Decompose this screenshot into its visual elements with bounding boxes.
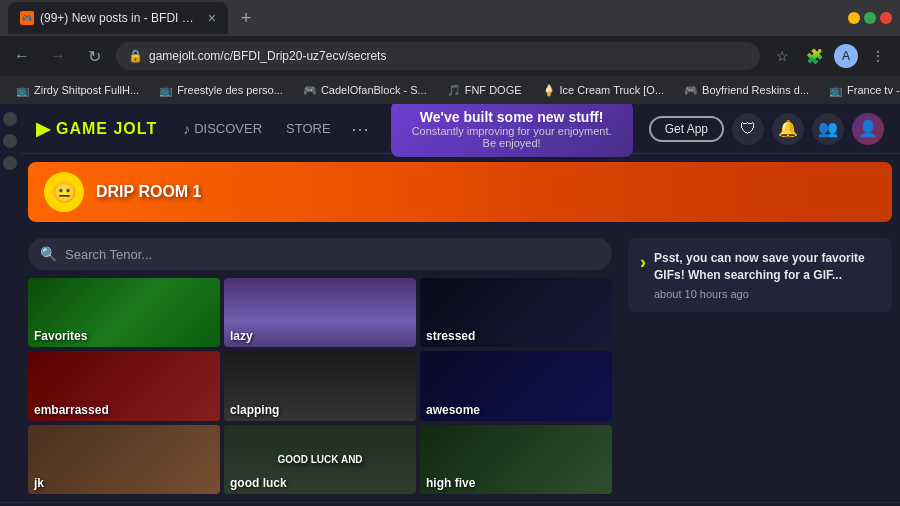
notification-time: about 10 hours ago xyxy=(654,288,880,300)
bookmark-boyfriend[interactable]: 🎮 Boyfriend Reskins d... xyxy=(676,82,817,99)
gif-tile-clapping[interactable]: clapping xyxy=(224,351,416,420)
notifications-button[interactable]: 🔔 xyxy=(772,113,804,145)
bookmark-france-tv[interactable]: 📺 France tv - Replay e... xyxy=(821,82,900,99)
friends-button[interactable]: 👥 xyxy=(812,113,844,145)
gj-header-actions: Get App 🛡 🔔 👥 👤 xyxy=(649,113,884,145)
left-sidebar xyxy=(0,104,20,502)
bookmark-freestyle[interactable]: 📺 Freestyle des perso... xyxy=(151,82,291,99)
drip-banner-background xyxy=(374,162,892,222)
gj-main: 🔍 Favorites lazy xyxy=(20,230,900,502)
shield-icon: 🛡 xyxy=(740,120,756,138)
gif-label-jk: jk xyxy=(34,476,44,490)
back-button[interactable]: ← xyxy=(8,42,36,70)
gif-label-clapping: clapping xyxy=(230,403,279,417)
bookmark-favicon-fnf: 🎵 xyxy=(447,84,461,97)
tab-bar: 🎮 (99+) New posts in - BFDI Drip C... × … xyxy=(0,0,900,36)
bookmark-favicon-zirdy: 📺 xyxy=(16,84,30,97)
forward-button[interactable]: → xyxy=(44,42,72,70)
bookmark-icecream[interactable]: 🍦 Ice Cream Truck [O... xyxy=(534,82,673,99)
search-icon: 🔍 xyxy=(40,246,57,262)
gif-label-stressed: stressed xyxy=(426,329,475,343)
gj-nav: ♪ DISCOVER STORE ⋯ xyxy=(173,112,374,146)
gif-tile-favorites[interactable]: Favorites xyxy=(28,278,220,347)
gif-thumbnail-jk xyxy=(28,425,220,494)
discover-icon: ♪ xyxy=(183,121,190,137)
get-app-button[interactable]: Get App xyxy=(649,116,724,142)
bookmark-favicon-boyfriend: 🎮 xyxy=(684,84,698,97)
address-text: gamejolt.com/c/BFDI_Drip20-uz7ecv/secret… xyxy=(149,49,748,63)
gj-logo-icon: ▶ xyxy=(36,118,50,140)
profile-avatar: A xyxy=(834,44,858,68)
gif-label-goodluck: good luck xyxy=(230,476,287,490)
drip-room-banner[interactable]: 😐 DRIP ROOM 1 xyxy=(28,162,892,222)
tenor-search-bar: 🔍 xyxy=(20,230,620,278)
gif-label-highfive: high five xyxy=(426,476,475,490)
gj-content-area: 🔍 Favorites lazy xyxy=(20,230,620,502)
nav-discover[interactable]: ♪ DISCOVER xyxy=(173,115,272,143)
right-panel: › Psst, you can now save your favorite G… xyxy=(620,230,900,502)
profile-button[interactable]: A xyxy=(832,42,860,70)
extension-puzzle-button[interactable]: 🧩 xyxy=(800,42,828,70)
gif-label-embarrassed: embarrassed xyxy=(34,403,109,417)
gif-tile-embarrassed[interactable]: embarrassed xyxy=(28,351,220,420)
new-tab-button[interactable]: + xyxy=(232,4,260,32)
gif-tile-awesome[interactable]: awesome xyxy=(420,351,612,420)
notification-arrow-icon: › xyxy=(640,252,646,273)
page-content: ▶ GAME JOLT ♪ DISCOVER STORE ⋯ We've bui… xyxy=(0,104,900,502)
bookmark-fnf[interactable]: 🎵 FNF DOGE xyxy=(439,82,530,99)
nav-store[interactable]: STORE xyxy=(276,115,341,142)
gif-tile-stressed[interactable]: stressed xyxy=(420,278,612,347)
close-button[interactable] xyxy=(880,12,892,24)
gj-header: ▶ GAME JOLT ♪ DISCOVER STORE ⋯ We've bui… xyxy=(20,104,900,154)
friends-icon: 👥 xyxy=(818,119,838,138)
gamejolt-app: ▶ GAME JOLT ♪ DISCOVER STORE ⋯ We've bui… xyxy=(20,104,900,502)
gif-tile-lazy[interactable]: lazy xyxy=(224,278,416,347)
minimize-button[interactable] xyxy=(848,12,860,24)
windows-taskbar: 🔍 🔍 ⬜ 📁 🌐 🦁 💬 ⚙️ 🎮 ☁️ 🔊 xyxy=(0,502,900,506)
gif-label-awesome: awesome xyxy=(426,403,480,417)
gif-tile-jk[interactable]: jk xyxy=(28,425,220,494)
notification-text: Psst, you can now save your favorite GIF… xyxy=(654,250,880,300)
close-tab-button[interactable]: × xyxy=(208,10,216,26)
bell-icon: 🔔 xyxy=(778,119,798,138)
gj-logo[interactable]: ▶ GAME JOLT xyxy=(36,118,157,140)
bookmarks-bar: 📺 Zirdy Shitpost FullH... 📺 Freestyle de… xyxy=(0,76,900,104)
bookmark-favicon-france-tv: 📺 xyxy=(829,84,843,97)
search-input[interactable] xyxy=(65,247,600,262)
bookmark-cadel[interactable]: 🎮 CadelOfanBlock - S... xyxy=(295,82,435,99)
gj-announcement-area: We've built some new stuff! Constantly i… xyxy=(391,104,633,157)
gif-label-favorites: Favorites xyxy=(34,329,87,343)
user-avatar[interactable]: 👤 xyxy=(852,113,884,145)
goodluck-text-overlay: GOOD LUCK AND xyxy=(277,454,362,465)
reload-button[interactable]: ↻ xyxy=(80,42,108,70)
bookmark-favicon-icecream: 🍦 xyxy=(542,84,556,97)
bookmark-favicon-freestyle: 📺 xyxy=(159,84,173,97)
notification-title: Psst, you can now save your favorite GIF… xyxy=(654,250,880,284)
active-tab[interactable]: 🎮 (99+) New posts in - BFDI Drip C... × xyxy=(8,2,228,34)
address-bar[interactable]: 🔒 gamejolt.com/c/BFDI_Drip20-uz7ecv/secr… xyxy=(116,42,760,70)
sidebar-icon-1 xyxy=(3,112,17,126)
gj-logo-text: GAME JOLT xyxy=(56,120,157,138)
gif-tile-highfive[interactable]: high five xyxy=(420,425,612,494)
announcement-subtitle: Constantly improving for your enjoyment.… xyxy=(407,125,617,149)
nav-more-button[interactable]: ⋯ xyxy=(345,112,375,146)
announcement-title: We've built some new stuff! xyxy=(407,109,617,125)
gif-grid: Favorites lazy stressed em xyxy=(20,278,620,502)
bookmark-zirdy[interactable]: 📺 Zirdy Shitpost FullH... xyxy=(8,82,147,99)
nav-bar: ← → ↻ 🔒 gamejolt.com/c/BFDI_Drip20-uz7ec… xyxy=(0,36,900,76)
shield-button[interactable]: 🛡 xyxy=(732,113,764,145)
announcement-banner: We've built some new stuff! Constantly i… xyxy=(391,104,633,157)
gif-label-lazy: lazy xyxy=(230,329,253,343)
maximize-button[interactable] xyxy=(864,12,876,24)
bookmark-star-button[interactable]: ☆ xyxy=(768,42,796,70)
search-container: 🔍 xyxy=(28,238,612,270)
browser-chrome: 🎮 (99+) New posts in - BFDI Drip C... × … xyxy=(0,0,900,104)
sidebar-icon-2 xyxy=(3,134,17,148)
tab-favicon: 🎮 xyxy=(20,11,34,25)
tab-title: (99+) New posts in - BFDI Drip C... xyxy=(40,11,202,25)
more-options-button[interactable]: ⋮ xyxy=(864,42,892,70)
notification-card[interactable]: › Psst, you can now save your favorite G… xyxy=(628,238,892,312)
bookmark-favicon-cadel: 🎮 xyxy=(303,84,317,97)
lock-icon: 🔒 xyxy=(128,49,143,63)
gif-tile-goodluck[interactable]: GOOD LUCK AND good luck xyxy=(224,425,416,494)
